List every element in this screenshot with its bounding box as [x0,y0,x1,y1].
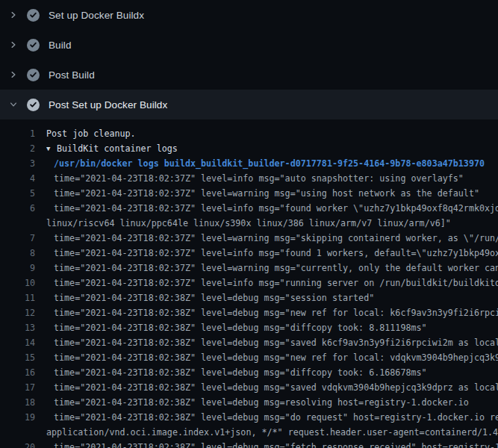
chevron-right-icon[interactable] [9,70,18,79]
log-text-content: time="2021-04-23T18:02:37Z" level=info m… [54,278,498,288]
log-command-line: 3/usr/bin/docker logs buildx_buildkit_bu… [0,156,498,171]
log-text: time="2021-04-23T18:02:38Z" level=debug … [46,395,498,410]
line-number[interactable]: 17 [0,380,35,395]
step-row-post-build[interactable]: Post Build [0,60,498,90]
log-text-content: BuildKit container logs [57,143,178,154]
line-number[interactable]: 12 [0,305,35,320]
line-number[interactable]: 14 [0,335,35,350]
log-text-content: time="2021-04-23T18:02:37Z" level=warnin… [54,188,479,199]
log-text-content: application/vnd.oci.image.index.v1+json,… [46,427,498,438]
log-line: 12time="2021-04-23T18:02:38Z" level=debu… [0,305,498,320]
log-text-content: time="2021-04-23T18:02:38Z" level=debug … [54,442,498,448]
step-title: Set up Docker Buildx [49,10,144,21]
log-text: /usr/bin/docker logs buildx_buildkit_bui… [46,156,498,171]
actions-log-viewer: Set up Docker BuildxBuildPost BuildPost … [0,0,498,448]
line-number[interactable]: 16 [0,365,35,380]
log-text-content: Post job cleanup. [46,128,136,139]
log-line: 17time="2021-04-23T18:02:38Z" level=debu… [0,380,498,395]
log-text: time="2021-04-23T18:02:38Z" level=debug … [46,440,498,448]
log-text-content: /usr/bin/docker logs buildx_buildkit_bui… [54,158,485,169]
line-number[interactable]: 4 [0,171,35,186]
line-number[interactable]: 1 [0,126,35,141]
line-number [0,425,35,440]
log-line: 15time="2021-04-23T18:02:38Z" level=debu… [0,350,498,365]
line-number[interactable]: 9 [0,261,35,276]
line-number[interactable]: 10 [0,276,35,290]
log-text: linux/riscv64 linux/ppc64le linux/s390x … [46,216,498,231]
log-line: 8time="2021-04-23T18:02:37Z" level=info … [0,246,498,261]
log-line: 19time="2021-04-23T18:02:38Z" level=debu… [0,410,498,425]
log-line: 4time="2021-04-23T18:02:37Z" level=info … [0,171,498,186]
log-text-content: time="2021-04-23T18:02:38Z" level=debug … [54,293,374,303]
log-text: time="2021-04-23T18:02:38Z" level=debug … [46,380,498,395]
step-title: Post Set up Docker Buildx [49,99,167,111]
log-text-content: time="2021-04-23T18:02:38Z" level=debug … [54,367,427,378]
log-group-line: 2▼BuildKit container logs [0,141,498,156]
step-row-build[interactable]: Build [0,30,498,60]
log-line: 6time="2021-04-23T18:02:37Z" level=info … [0,201,498,216]
log-line: 20time="2021-04-23T18:02:38Z" level=debu… [0,440,498,448]
line-number[interactable]: 19 [0,410,35,425]
line-number[interactable]: 18 [0,395,35,410]
step-row-set-up-docker-buildx[interactable]: Set up Docker Buildx [0,0,498,30]
line-number[interactable]: 8 [0,246,35,261]
log-line: 16time="2021-04-23T18:02:38Z" level=debu… [0,365,498,380]
log-text-content: time="2021-04-23T18:02:37Z" level=warnin… [54,263,498,273]
log-text: time="2021-04-23T18:02:38Z" level=debug … [46,320,498,335]
log-text-content: time="2021-04-23T18:02:38Z" level=debug … [54,308,498,318]
log-text-content: time="2021-04-23T18:02:38Z" level=debug … [54,412,498,423]
line-number[interactable]: 2 [0,141,35,156]
step-row-post-set-up-docker-buildx[interactable]: Post Set up Docker Buildx [0,90,498,119]
log-text-content: time="2021-04-23T18:02:38Z" level=debug … [54,352,498,363]
check-circle-icon [27,39,40,52]
line-number[interactable]: 3 [0,156,35,171]
check-circle-icon [27,9,40,22]
log-text-content: time="2021-04-23T18:02:38Z" level=debug … [54,323,427,333]
log-text: time="2021-04-23T18:02:37Z" level=info m… [46,276,498,290]
log-continuation-line: linux/riscv64 linux/ppc64le linux/s390x … [0,216,498,231]
chevron-right-icon[interactable] [9,40,18,49]
log-text: time="2021-04-23T18:02:38Z" level=debug … [46,335,498,350]
chevron-right-icon[interactable] [9,10,18,19]
log-text: time="2021-04-23T18:02:37Z" level=warnin… [46,231,498,246]
line-number[interactable]: 6 [0,201,35,216]
log-continuation-line: application/vnd.oci.image.index.v1+json,… [0,425,498,440]
step-title: Build [49,40,72,51]
log-text: time="2021-04-23T18:02:37Z" level=info m… [46,171,498,186]
line-number[interactable]: 20 [0,440,35,448]
line-number[interactable]: 13 [0,320,35,335]
step-title: Post Build [49,69,95,81]
log-text-content: time="2021-04-23T18:02:37Z" level=info m… [54,203,498,214]
log-line: 18time="2021-04-23T18:02:38Z" level=debu… [0,395,498,410]
line-number[interactable]: 5 [0,186,35,201]
log-line: 10time="2021-04-23T18:02:37Z" level=info… [0,276,498,290]
log-line: 13time="2021-04-23T18:02:38Z" level=debu… [0,320,498,335]
log-text: time="2021-04-23T18:02:37Z" level=warnin… [46,186,498,201]
log-text-content: time="2021-04-23T18:02:38Z" level=debug … [54,337,498,348]
chevron-down-icon[interactable] [9,100,18,109]
log-line: 9time="2021-04-23T18:02:37Z" level=warni… [0,261,498,276]
log-text[interactable]: ▼BuildKit container logs [46,141,498,156]
log-text: Post job cleanup. [46,126,498,141]
log-text: time="2021-04-23T18:02:37Z" level=warnin… [46,261,498,276]
log-text: time="2021-04-23T18:02:38Z" level=debug … [46,350,498,365]
log-text-content: time="2021-04-23T18:02:38Z" level=debug … [54,382,498,393]
line-number[interactable]: 15 [0,350,35,365]
line-number[interactable]: 11 [0,290,35,305]
group-expanded-triangle-icon[interactable]: ▼ [46,141,57,156]
log-text-content: linux/riscv64 linux/ppc64le linux/s390x … [46,218,451,228]
log-text: application/vnd.oci.image.index.v1+json,… [46,425,498,440]
log-text: time="2021-04-23T18:02:37Z" level=info m… [46,246,498,261]
log-text: time="2021-04-23T18:02:38Z" level=debug … [46,305,498,320]
line-number [0,216,35,231]
log-text: time="2021-04-23T18:02:38Z" level=debug … [46,410,498,425]
log-text-content: time="2021-04-23T18:02:37Z" level=info m… [54,173,464,184]
log-text-content: time="2021-04-23T18:02:37Z" level=warnin… [54,233,498,243]
line-number[interactable]: 7 [0,231,35,246]
log-text: time="2021-04-23T18:02:38Z" level=debug … [46,290,498,305]
log-text: time="2021-04-23T18:02:38Z" level=debug … [46,365,498,380]
log-text-content: time="2021-04-23T18:02:37Z" level=info m… [54,248,498,258]
log-line: 1Post job cleanup. [0,126,498,141]
log-line: 5time="2021-04-23T18:02:37Z" level=warni… [0,186,498,201]
log-line: 11time="2021-04-23T18:02:38Z" level=debu… [0,290,498,305]
